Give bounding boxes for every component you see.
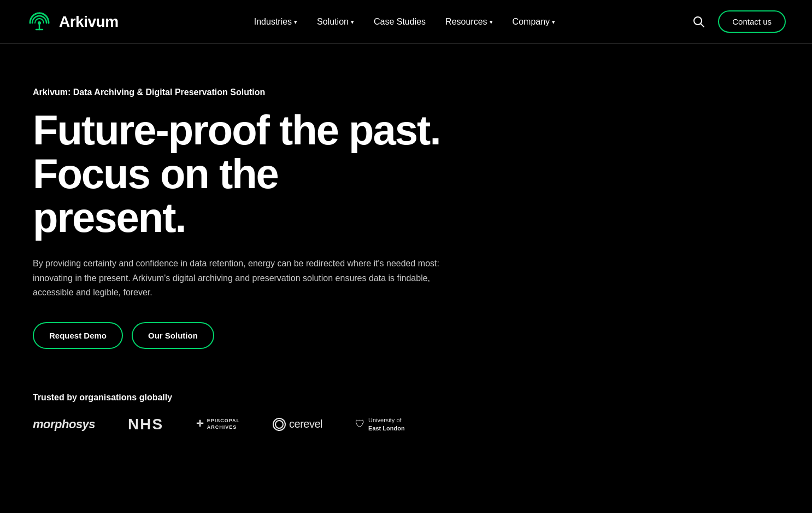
logo-episcopal-archives: ✛ EPISCOPAL ARCHIVES xyxy=(196,418,240,430)
brand-name: Arkivum xyxy=(59,13,119,31)
logo-link[interactable]: Arkivum xyxy=(26,9,119,35)
chevron-down-icon: ▾ xyxy=(490,19,493,26)
svg-line-4 xyxy=(701,24,704,27)
trusted-label: Trusted by organisations globally xyxy=(33,393,746,403)
nav-item-solution[interactable]: Solution ▾ xyxy=(317,17,354,27)
our-solution-button[interactable]: Our Solution xyxy=(132,322,214,349)
request-demo-button[interactable]: Request Demo xyxy=(33,322,123,349)
nav-item-industries[interactable]: Industries ▾ xyxy=(254,17,297,27)
search-icon xyxy=(693,16,705,28)
logo-morphosys: morphosys xyxy=(33,417,95,432)
nav-item-resources[interactable]: Resources ▾ xyxy=(445,17,492,27)
contact-button[interactable]: Contact us xyxy=(718,10,786,33)
main-nav: Arkivum Industries ▾ Solution ▾ Case Stu… xyxy=(0,0,812,44)
wave-decoration xyxy=(0,499,812,513)
logo-nhs: NHS xyxy=(128,416,163,433)
logo-cerevel: cerevel xyxy=(273,418,322,431)
search-button[interactable] xyxy=(691,14,707,30)
chevron-down-icon: ▾ xyxy=(294,19,297,26)
nav-item-case-studies[interactable]: Case Studies xyxy=(374,17,426,27)
nav-actions: Contact us xyxy=(691,10,786,33)
nav-item-company[interactable]: Company ▾ xyxy=(513,17,555,27)
logo-icon xyxy=(26,9,52,35)
hero-title: Future-proof the past. Focus on the pres… xyxy=(33,108,470,239)
chevron-down-icon: ▾ xyxy=(351,19,354,26)
hero-eyebrow: Arkivum: Data Archiving & Digital Preser… xyxy=(33,88,779,97)
trusted-logos: morphosys NHS ✛ EPISCOPAL ARCHIVES cerev… xyxy=(33,416,746,433)
nav-links: Industries ▾ Solution ▾ Case Studies Res… xyxy=(254,17,555,27)
hero-description: By providing certainty and confidence in… xyxy=(33,256,459,300)
chevron-down-icon: ▾ xyxy=(552,19,555,26)
hero-cta-group: Request Demo Our Solution xyxy=(33,322,779,349)
trusted-section: Trusted by organisations globally morpho… xyxy=(33,393,779,466)
logo-university-east-london: 🛡 University of East London xyxy=(355,416,405,432)
wave-svg xyxy=(0,499,812,513)
hero-section: Arkivum: Data Archiving & Digital Preser… xyxy=(0,44,812,499)
